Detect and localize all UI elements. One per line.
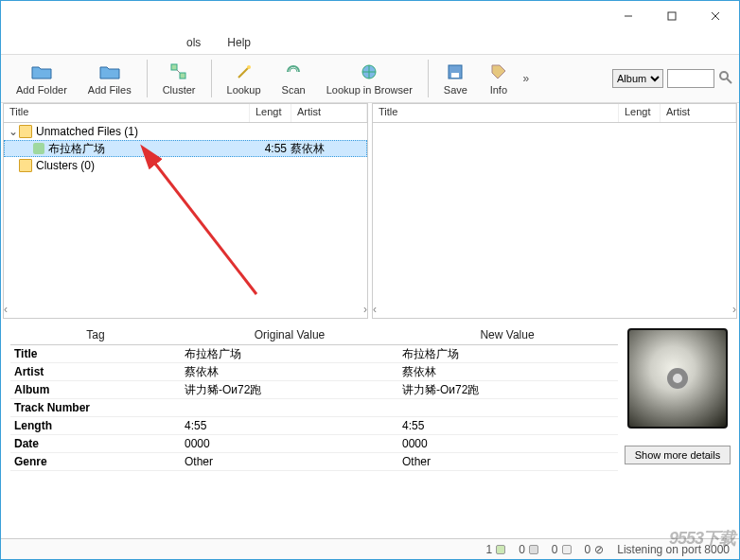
scan-icon [283,61,304,82]
tag-name: Artist [10,365,181,378]
status-bar: 1 0 0 0⊘ Listening on port 8000 [1,538,739,559]
menu-help[interactable]: Help [221,34,256,51]
tree-unmatched[interactable]: ⌄ Unmatched Files (1) [4,123,367,140]
details-header-original: Original Value [181,328,398,341]
scroll-right[interactable]: › [732,303,736,318]
track-length: 4:55 [249,142,291,155]
toolbar-overflow[interactable]: » [520,72,532,85]
close-button[interactable] [694,2,737,30]
search-input[interactable] [667,69,714,88]
original-value: Other [181,455,398,468]
scroll-right[interactable]: › [363,303,367,318]
new-value: Other [398,455,616,468]
status-count-3: 0 [552,543,558,556]
col-artist[interactable]: Artist [291,104,367,122]
cluster-icon [168,61,189,82]
status-dot-cd [529,545,538,554]
show-more-details-button[interactable]: Show more details [625,446,731,464]
col-title[interactable]: Title [4,104,250,122]
svg-rect-1 [668,12,676,20]
separator [147,60,148,97]
separator [428,60,429,97]
svg-rect-4 [171,64,177,70]
tag-name: Date [10,437,181,450]
original-value: 布拉格广场 [181,346,398,362]
col-artist[interactable]: Artist [661,104,736,122]
search-type-select[interactable]: Album [612,69,663,88]
status-dot-gray [562,545,572,554]
new-value: 讲力豨-Ои72跑 [398,382,616,398]
details-row[interactable]: Date00000000 [10,435,618,453]
details-header-new: New Value [398,328,616,341]
cluster-button[interactable]: Cluster [153,57,205,100]
save-button[interactable]: Save [434,57,477,100]
tag-name: Length [10,419,181,432]
svg-rect-5 [180,73,185,79]
track-artist: 蔡依林 [291,141,366,157]
details-row[interactable]: GenreOtherOther [10,453,618,471]
details-row[interactable]: Album讲力豨-Ои72跑讲力豨-Ои72跑 [10,381,618,399]
status-dot-green [496,545,505,554]
separator [211,60,212,97]
folder-icon [19,125,32,138]
minimize-button[interactable] [607,2,650,30]
folder-icon [19,159,32,172]
svg-point-8 [247,65,251,69]
watermark: 9553下载 [669,527,735,550]
menu-tools[interactable]: ols [181,34,206,51]
svg-line-7 [238,67,249,78]
original-value: 讲力豨-Ои72跑 [181,382,398,398]
left-pane[interactable]: Title Lengt Artist ⌄ Unmatched Files (1)… [3,103,368,319]
tree-track-selected[interactable]: 布拉格广场 4:55 蔡依林 [4,140,367,157]
new-value: 4:55 [398,419,616,432]
folder-icon [99,61,120,82]
status-count-2: 0 [519,543,525,556]
details-header-tag: Tag [10,328,181,341]
details-row[interactable]: Title布拉格广场布拉格广场 [10,345,618,363]
music-icon [33,143,44,154]
scroll-left[interactable]: ‹ [373,303,377,318]
scan-button[interactable]: Scan [273,57,315,100]
lookup-button[interactable]: Lookup [218,57,271,100]
maximize-button[interactable] [650,2,694,30]
status-error-icon: ⊘ [594,543,604,556]
details-row[interactable]: Track Number [10,399,618,417]
col-length[interactable]: Lengt [619,104,661,122]
status-count-4: 0 [585,543,591,556]
original-value: 4:55 [181,419,398,432]
col-title[interactable]: Title [373,104,619,122]
info-button[interactable]: Info [479,57,519,100]
new-value: 蔡依林 [398,364,616,380]
add-files-button[interactable]: Add Files [79,57,141,100]
tag-name: Track Number [10,401,181,414]
scroll-left[interactable]: ‹ [4,303,8,318]
add-folder-button[interactable]: Add Folder [7,57,77,100]
status-count-1: 1 [485,543,492,556]
tag-name: Album [10,383,181,396]
new-value: 布拉格广场 [398,346,616,362]
svg-line-13 [727,79,731,83]
tag-name: Title [10,347,181,360]
tag-name: Genre [10,455,181,468]
right-pane[interactable]: Title Lengt Artist ‹› [372,103,737,319]
collapse-icon[interactable]: ⌄ [8,125,19,138]
folder-open-icon [31,61,52,82]
original-value: 蔡依林 [181,364,398,380]
save-icon [445,61,466,82]
svg-rect-11 [451,73,459,78]
globe-icon [359,61,379,82]
new-value: 0000 [398,437,616,450]
col-length[interactable]: Lengt [250,104,291,122]
details-row[interactable]: Length4:554:55 [10,417,618,435]
tree-clusters[interactable]: Clusters (0) [4,157,367,174]
svg-point-12 [720,72,728,79]
tag-icon [488,61,509,82]
search-icon[interactable] [718,70,733,88]
cover-art[interactable] [627,328,728,429]
lookup-browser-button[interactable]: Lookup in Browser [317,57,422,100]
original-value: 0000 [181,437,398,450]
svg-line-6 [177,70,180,73]
details-row[interactable]: Artist蔡依林蔡依林 [10,363,618,381]
wand-icon [234,61,255,82]
